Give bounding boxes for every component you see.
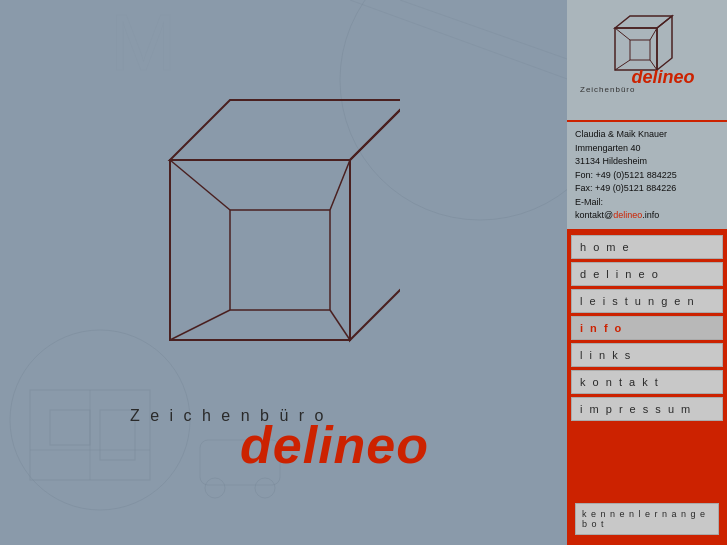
- contact-street: Immengarten 40: [575, 142, 719, 156]
- nav-btn-home[interactable]: h o m e: [571, 235, 723, 259]
- logo-box: delineo: [610, 8, 685, 83]
- svg-line-20: [330, 310, 350, 340]
- nav-btn-leistungen[interactable]: l e i s t u n g e n: [571, 289, 723, 313]
- svg-marker-23: [657, 16, 672, 70]
- nav-btn-delineo[interactable]: d e l i n e o: [571, 262, 723, 286]
- logo-area: delineo Zeichenbüro: [567, 0, 727, 120]
- svg-marker-14: [170, 100, 400, 160]
- svg-line-10: [350, 0, 567, 80]
- svg-marker-13: [170, 160, 350, 340]
- delineo-main-label: delineo: [240, 415, 429, 475]
- svg-line-11: [400, 0, 567, 60]
- svg-text:M: M: [110, 0, 177, 87]
- svg-point-8: [205, 478, 225, 498]
- svg-line-18: [330, 160, 350, 210]
- nav-btn-links[interactable]: l i n k s: [571, 343, 723, 367]
- svg-line-19: [170, 310, 230, 340]
- email-suffix: .info: [642, 210, 659, 220]
- svg-marker-15: [350, 100, 400, 340]
- contact-name: Claudia & Maik Knauer: [575, 128, 719, 142]
- right-sidebar: delineo Zeichenbüro Claudia & Maik Knaue…: [567, 0, 727, 545]
- svg-line-27: [615, 60, 630, 70]
- cube-drawing: [80, 80, 400, 390]
- logo-delineo-text: delineo: [631, 67, 694, 88]
- main-container: M Z e i c h e n b ü r o delineo: [0, 0, 727, 545]
- svg-rect-24: [630, 40, 650, 60]
- contact-tel: Fon: +49 (0)5121 884225: [575, 169, 719, 183]
- contact-email-label: E-Mail:: [575, 196, 719, 210]
- contact-city: 31134 Hildesheim: [575, 155, 719, 169]
- svg-rect-16: [230, 210, 330, 310]
- nav-buttons: h o m ed e l i n e ol e i s t u n g e ni…: [567, 229, 727, 546]
- svg-rect-3: [50, 410, 90, 445]
- contact-email[interactable]: kontakt@delineo.info: [575, 209, 719, 223]
- svg-line-17: [170, 160, 230, 210]
- svg-point-9: [255, 478, 275, 498]
- svg-line-25: [615, 28, 630, 40]
- kennenlernangebot-button[interactable]: k e n n e n l e r n a n g e b o t: [575, 503, 719, 535]
- nav-btn-info[interactable]: i n f o: [571, 316, 723, 340]
- contact-info: Claudia & Maik Knauer Immengarten 40 311…: [567, 120, 727, 229]
- nav-btn-impressum[interactable]: i m p r e s s u m: [571, 397, 723, 421]
- svg-rect-21: [615, 28, 657, 70]
- left-area: M Z e i c h e n b ü r o delineo: [0, 0, 567, 545]
- email-brand: delineo: [613, 210, 642, 220]
- contact-fax: Fax: +49 (0)5121 884226: [575, 182, 719, 196]
- email-prefix: kontakt@: [575, 210, 613, 220]
- svg-line-26: [650, 28, 657, 40]
- logo-zeichenbuero-text: Zeichenbüro: [580, 85, 635, 94]
- nav-btn-kontakt[interactable]: k o n t a k t: [571, 370, 723, 394]
